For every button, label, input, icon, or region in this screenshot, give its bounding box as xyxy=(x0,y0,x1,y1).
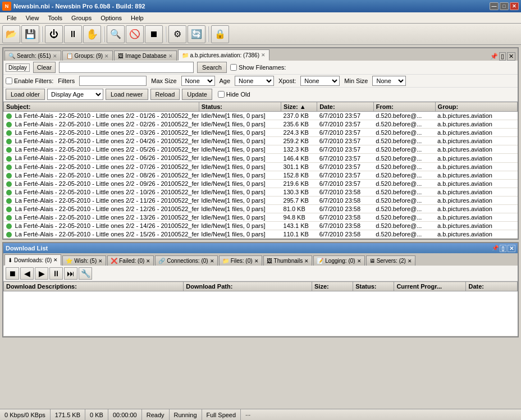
tab-connections[interactable]: 🔗 Connections: (0) ✕ xyxy=(155,255,217,266)
table-row[interactable]: La Ferté-Alais - 22-05-2010 - Little one… xyxy=(4,188,518,196)
tab-failed[interactable]: ❌ Failed: (0) ✕ xyxy=(107,255,154,266)
dl-prev-button[interactable]: ◀ xyxy=(20,267,34,280)
imagedb-tab-close[interactable]: ✕ xyxy=(168,53,173,59)
tab-servers[interactable]: 🖥 Servers: (2) ✕ xyxy=(366,255,415,266)
table-row[interactable]: La Ferté-Alais - 22-05-2010 - Little one… xyxy=(4,154,518,162)
col-status[interactable]: Status: xyxy=(199,102,281,112)
table-row[interactable]: La Ferté-Alais - 22-05-2010 - Little one… xyxy=(4,213,518,222)
load-newer-button[interactable]: Load newer xyxy=(106,89,148,100)
display-age-select[interactable]: Display Age xyxy=(47,89,103,100)
tab-downloads[interactable]: ⬇ Downloads: (0) ✕ xyxy=(4,254,61,266)
open-button[interactable]: 📂 xyxy=(2,25,20,43)
table-row[interactable]: La Ferté-Alais - 22-05-2010 - Little one… xyxy=(4,196,518,204)
settings-button[interactable]: ⚙ xyxy=(168,25,186,43)
tab-imagedb[interactable]: 🖼 Image Database ✕ xyxy=(114,51,176,61)
wish-tab-close[interactable]: ✕ xyxy=(98,258,103,264)
age-select[interactable]: None xyxy=(235,76,274,86)
min-size-select[interactable]: None xyxy=(372,76,406,86)
minimize-button[interactable]: — xyxy=(490,2,499,10)
table-row[interactable]: La Ferté-Alais - 22-05-2010 - Little one… xyxy=(4,179,518,188)
table-row[interactable]: La Ferté-Alais - 22-05-2010 - Little one… xyxy=(4,120,518,129)
dl-stop-button[interactable]: ⏹ xyxy=(6,267,19,280)
tab-search[interactable]: 🔍 Search: (651) ✕ xyxy=(4,51,61,61)
hide-old-checkbox[interactable] xyxy=(218,91,225,98)
tab-wish[interactable]: ⭐ Wish: (5) ✕ xyxy=(62,255,106,266)
refresh-button[interactable]: 🔄 xyxy=(188,25,205,43)
search-tab-close[interactable]: ✕ xyxy=(53,53,57,59)
files-tab-close[interactable]: ✕ xyxy=(254,258,259,264)
groups-tab-close[interactable]: ✕ xyxy=(104,53,109,59)
reload-button[interactable]: Reload xyxy=(150,89,180,100)
menu-item-help[interactable]: Help xyxy=(126,13,148,22)
close-panel-button[interactable]: ✕ xyxy=(507,52,515,61)
menu-item-groups[interactable]: Groups xyxy=(67,13,96,22)
pin-icon[interactable]: 📌 xyxy=(490,53,498,60)
table-row[interactable]: La Ferté-Alais - 22-05-2010 - Little one… xyxy=(4,230,518,239)
aviation-tab-close[interactable]: ✕ xyxy=(261,52,266,58)
save-button[interactable]: 💾 xyxy=(21,25,39,43)
xpost-select[interactable]: None xyxy=(300,76,340,86)
main-table-wrapper[interactable]: Subject: Status: Size: ▲ Date: From: Gro… xyxy=(3,102,518,239)
menu-item-view[interactable]: View xyxy=(21,13,44,22)
filters-input[interactable] xyxy=(79,76,147,86)
menu-item-options[interactable]: Options xyxy=(96,13,126,22)
load-older-button[interactable]: Load older xyxy=(6,89,45,100)
col-date[interactable]: Date: xyxy=(317,102,374,112)
table-row[interactable]: La Ferté-Alais - 22-05-2010 - Little one… xyxy=(4,137,518,145)
table-row[interactable]: La Ferté-Alais - 22-05-2010 - Little one… xyxy=(4,162,518,171)
menu-item-tools[interactable]: Tools xyxy=(43,13,67,22)
enable-filters-checkbox[interactable] xyxy=(6,77,12,84)
search-input[interactable] xyxy=(59,62,194,73)
col-subject[interactable]: Subject: xyxy=(4,102,199,112)
dl-next-button[interactable]: ⏭ xyxy=(64,267,77,280)
logging-tab-close[interactable]: ✕ xyxy=(357,258,362,264)
close-button[interactable]: ✕ xyxy=(510,2,519,10)
update-button[interactable]: Update xyxy=(182,89,212,100)
dl-col-desc[interactable]: Download Descriptions: xyxy=(4,282,184,291)
tab-logging[interactable]: 📝 Logging: (0) ✕ xyxy=(313,255,364,266)
dl-col-date[interactable]: Date: xyxy=(466,282,518,291)
menu-item-file[interactable]: File xyxy=(2,13,21,22)
enable-filters-label[interactable]: Enable Filters: xyxy=(6,77,53,84)
maximize-button[interactable]: □ xyxy=(500,2,509,10)
table-row[interactable]: La Ferté-Alais - 22-05-2010 - Little one… xyxy=(4,145,518,154)
search-button[interactable]: 🔍 xyxy=(107,25,125,43)
col-from[interactable]: From: xyxy=(373,102,435,112)
dl-col-progress[interactable]: Current Progr... xyxy=(394,282,466,291)
table-row[interactable]: La Ferté-Alais - 22-05-2010 - Little one… xyxy=(4,205,518,213)
hide-old-label[interactable]: Hide Old xyxy=(218,91,250,98)
power-button[interactable]: ⏻ xyxy=(45,25,63,43)
dl-pause-button[interactable]: ⏸ xyxy=(49,267,63,280)
downloads-tab-close[interactable]: ✕ xyxy=(53,257,58,263)
close-dl-button[interactable]: ✕ xyxy=(508,245,515,252)
dl-col-path[interactable]: Download Path: xyxy=(184,282,312,291)
tab-groups[interactable]: 📋 Groups: (9) ✕ xyxy=(62,51,113,61)
lock-button[interactable]: 🔒 xyxy=(211,25,229,43)
table-row[interactable]: La Ferté-Alais - 22-05-2010 - Little one… xyxy=(4,129,518,137)
tab-files[interactable]: 📁 Files: (0) ✕ xyxy=(219,255,262,266)
float-button[interactable]: ▯ xyxy=(499,52,506,61)
stop-button[interactable]: ✋ xyxy=(83,25,101,43)
thumbnails-tab-close[interactable]: ✕ xyxy=(304,258,309,264)
pause-button[interactable]: ⏸ xyxy=(64,25,82,43)
failed-tab-close[interactable]: ✕ xyxy=(146,258,150,264)
dl-play-button[interactable]: ▶ xyxy=(35,267,48,280)
show-filenames-checkbox[interactable] xyxy=(230,64,237,71)
table-row[interactable]: La Ferté-Alais - 22-05-2010 - Little one… xyxy=(4,112,518,120)
halt-button[interactable]: ⏹ xyxy=(145,25,163,43)
table-row[interactable]: La Ferté-Alais - 22-05-2010 - Little one… xyxy=(4,222,518,230)
clear-button[interactable]: Clear xyxy=(33,62,56,73)
show-filenames-label[interactable]: Show Filenames: xyxy=(230,64,286,71)
pin-dl-icon[interactable]: 📌 xyxy=(492,245,499,252)
float-dl-button[interactable]: ▯ xyxy=(500,245,506,252)
max-size-select[interactable]: None xyxy=(181,76,215,86)
col-size[interactable]: Size: ▲ xyxy=(281,102,317,112)
dl-settings-button[interactable]: 🔧 xyxy=(79,267,92,280)
dl-col-status[interactable]: Status: xyxy=(353,282,394,291)
tab-thumbnails[interactable]: 🖼 Thumbnails ✕ xyxy=(263,255,313,266)
search-btn[interactable]: Search xyxy=(197,62,227,73)
dl-col-size[interactable]: Size: xyxy=(312,282,353,291)
cancel-button[interactable]: 🚫 xyxy=(126,25,144,43)
col-group[interactable]: Group: xyxy=(435,102,517,112)
connections-tab-close[interactable]: ✕ xyxy=(210,258,214,264)
